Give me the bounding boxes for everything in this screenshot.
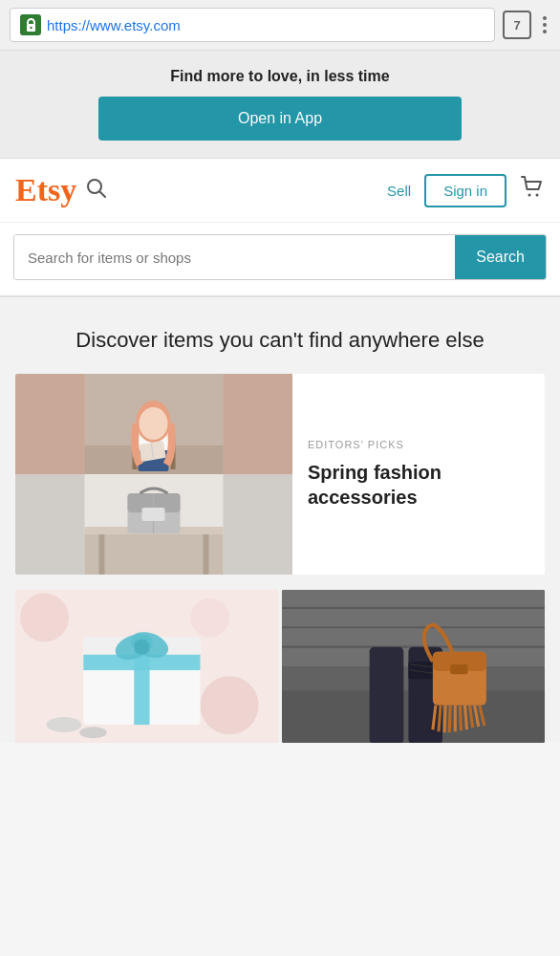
app-banner-text: Find more to love, in less time — [19, 68, 541, 85]
grid-item-bag[interactable] — [282, 590, 545, 743]
svg-rect-35 — [83, 654, 200, 669]
featured-image-top — [15, 374, 292, 474]
svg-line-54 — [439, 705, 441, 731]
app-banner: Find more to love, in less time Open in … — [0, 51, 560, 159]
svg-point-30 — [47, 717, 82, 732]
editors-picks-label: EDITORS' PICKS — [308, 439, 529, 450]
browser-chrome: https://www.etsy.com 7 — [0, 0, 560, 51]
svg-point-31 — [79, 727, 107, 738]
featured-images — [15, 374, 292, 575]
svg-rect-63 — [450, 664, 467, 674]
featured-card[interactable]: EDITORS' PICKS Spring fashion accessorie… — [15, 374, 545, 575]
svg-point-28 — [201, 676, 259, 734]
grid-item-gift[interactable] — [15, 590, 278, 743]
url-text: https://www.etsy.com — [47, 17, 485, 33]
svg-rect-46 — [370, 646, 404, 742]
search-section: Search — [0, 223, 560, 297]
svg-point-14 — [140, 407, 168, 440]
svg-rect-25 — [142, 508, 165, 521]
main-content: Discover items you can't find anywhere e… — [0, 297, 560, 743]
search-bar: Search — [13, 234, 547, 280]
discover-heading: Discover items you can't find anywhere e… — [0, 297, 560, 374]
svg-rect-21 — [204, 534, 209, 575]
svg-point-5 — [536, 194, 539, 197]
svg-point-27 — [20, 593, 69, 641]
etsy-logo[interactable]: Etsy — [15, 172, 76, 208]
svg-line-59 — [464, 705, 466, 728]
svg-point-1 — [30, 26, 32, 28]
svg-point-29 — [190, 598, 229, 637]
header-actions: Sell Sign in — [387, 174, 545, 207]
svg-line-58 — [460, 705, 461, 729]
bottom-grid — [15, 590, 545, 743]
svg-point-4 — [528, 194, 531, 197]
featured-image-bottom — [15, 474, 292, 575]
svg-point-38 — [134, 639, 149, 654]
sell-link[interactable]: Sell — [387, 183, 411, 199]
cart-icon[interactable] — [520, 175, 545, 206]
lock-icon — [20, 14, 41, 35]
url-bar[interactable]: https://www.etsy.com — [10, 8, 495, 42]
search-input[interactable] — [14, 235, 455, 279]
search-button[interactable]: Search — [455, 235, 546, 279]
sign-in-button[interactable]: Sign in — [424, 174, 506, 207]
svg-rect-20 — [99, 534, 105, 575]
featured-title: Spring fashion accessories — [308, 460, 529, 510]
svg-line-56 — [449, 705, 450, 732]
site-header: Etsy Sell Sign in — [0, 159, 560, 223]
svg-rect-19 — [85, 534, 224, 575]
tab-count[interactable]: 7 — [503, 11, 531, 39]
open-in-app-button[interactable]: Open in App — [98, 97, 462, 141]
browser-menu-icon[interactable] — [539, 12, 550, 37]
svg-line-55 — [444, 705, 445, 732]
search-icon[interactable] — [86, 178, 107, 204]
featured-text: EDITORS' PICKS Spring fashion accessorie… — [292, 374, 545, 575]
svg-line-3 — [100, 191, 106, 197]
